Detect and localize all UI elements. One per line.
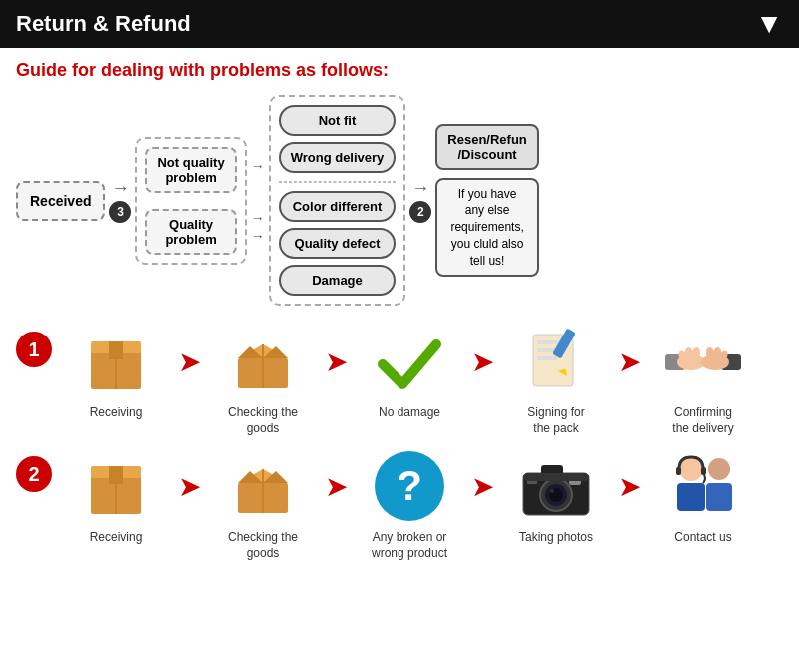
guide-title: Guide for dealing with problems as follo… (16, 60, 783, 81)
step-1-signing: Signing forthe pack (496, 322, 616, 436)
box-open-2-icon (218, 446, 308, 526)
arrow-3: ➤ (471, 345, 494, 378)
arrow-5: ➤ (178, 470, 201, 503)
step-2-checking-label: Checking thegoods (228, 530, 298, 561)
step-2-photos: Taking photos (496, 446, 616, 546)
box-closed-2-icon (71, 446, 161, 526)
step-1-nodamage: No damage (350, 322, 469, 421)
steps-section: 1 Receiving ➤ (16, 322, 783, 561)
svg-rect-48 (676, 467, 681, 475)
step-2-items: Receiving ➤ Checking thegoods (56, 446, 763, 561)
color-different-box: Color different (279, 191, 397, 222)
right-outcomes: Resen/Refun/Discount If you haveany else… (435, 124, 538, 278)
step-1-nodamage-label: No damage (379, 405, 440, 421)
damage-box: Damage (279, 265, 397, 296)
svg-point-50 (708, 458, 730, 480)
step-1-row: 1 Receiving ➤ (16, 322, 783, 436)
step-2-contact-label: Contact us (674, 530, 731, 546)
top-branches: Not fit Wrong delivery (279, 105, 397, 173)
step-2-receiving: Receiving (56, 446, 176, 546)
step3-connector: → 3 (109, 178, 131, 223)
step-2-row: 2 Receiving ➤ (16, 446, 783, 561)
header-arrow: ▼ (755, 8, 783, 40)
wrong-delivery-box: Wrong delivery (279, 142, 397, 173)
step-2-broken: ? Any broken orwrong product (350, 446, 469, 561)
step-1-signing-label: Signing forthe pack (527, 405, 584, 436)
pencil-paper-icon (511, 322, 601, 401)
resen-refund-box: Resen/Refun/Discount (435, 124, 538, 170)
box-open-icon (218, 322, 308, 401)
outcome-branches: Not fit Wrong delivery Color different Q… (269, 95, 406, 306)
svg-rect-45 (523, 473, 589, 481)
arrow-2: ➤ (325, 345, 348, 378)
not-fit-box: Not fit (279, 105, 397, 136)
step-1-checking: Checking thegoods (203, 322, 323, 436)
arrow-7: ➤ (471, 470, 494, 503)
step-1-receiving-label: Receiving (90, 405, 143, 421)
badge-2: 2 (409, 201, 431, 223)
step-2-photos-label: Taking photos (519, 530, 593, 546)
svg-rect-47 (677, 483, 705, 511)
bottom-branches: Color different Quality defect Damage (279, 191, 397, 296)
step-2-checking: Checking thegoods (203, 446, 323, 561)
step-2-number: 2 (16, 456, 52, 492)
received-box: Received (16, 181, 105, 221)
step-1-checking-label: Checking thegoods (228, 405, 298, 436)
arrow-6: ➤ (325, 470, 348, 503)
step-1-number: 1 (16, 332, 52, 367)
step-2-contact: Contact us (643, 446, 763, 546)
quality-box: Qualityproblem (145, 209, 236, 255)
step-1-confirming: Confirmingthe delivery (643, 322, 763, 436)
checkmark-icon (365, 322, 454, 401)
step-1-receiving: Receiving (56, 322, 176, 421)
camera-icon (511, 446, 601, 526)
step2-connector: → 2 (409, 178, 431, 223)
agent-icon (658, 446, 748, 526)
badge-3: 3 (109, 201, 131, 223)
arrow-8: ➤ (618, 470, 641, 503)
arrow-4: ➤ (618, 345, 641, 378)
step-1-items: Receiving ➤ Checking thegoods (56, 322, 763, 436)
quality-defect-box: Quality defect (279, 228, 397, 259)
step-2-receiving-label: Receiving (90, 530, 143, 546)
step-1-confirming-label: Confirmingthe delivery (672, 405, 733, 436)
svg-rect-13 (537, 356, 557, 360)
header: Return & Refund ▼ (0, 0, 799, 48)
else-requirements-box: If you haveany elserequirements,you clul… (435, 178, 538, 278)
step-2-broken-label: Any broken orwrong product (372, 530, 447, 561)
question-icon: ? (365, 446, 454, 526)
header-title: Return & Refund (16, 11, 191, 37)
not-quality-box: Not qualityproblem (145, 147, 236, 193)
svg-rect-51 (706, 483, 732, 511)
box-closed-icon (71, 322, 161, 401)
svg-point-41 (550, 489, 554, 493)
arrow-1: ➤ (178, 345, 201, 378)
handshake-icon (658, 322, 748, 401)
problem-boxes: Not qualityproblem Qualityproblem (135, 137, 246, 265)
flow-diagram: Received → 3 Not qualityproblem Qualityp… (16, 95, 783, 306)
mid-arrows: → → → (251, 158, 265, 244)
